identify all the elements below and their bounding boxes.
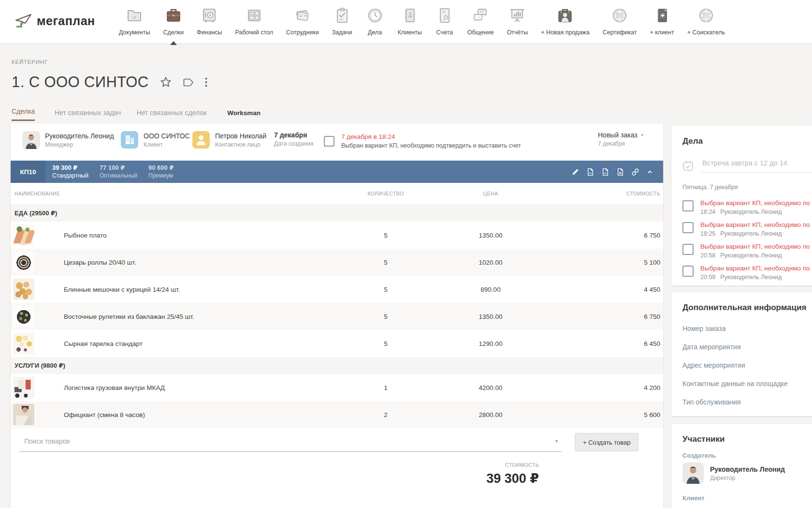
nav-item-new-sale[interactable]: + Новая продажа	[541, 4, 589, 36]
tag-icon[interactable]	[183, 78, 194, 87]
client-block[interactable]: ООО СИНТОС Клиент	[121, 131, 190, 149]
created-date: 7 декабря	[274, 131, 313, 139]
tab-linked-tasks[interactable]: Нет связанных задач	[55, 109, 121, 121]
table-row[interactable]: Восточные рулетики из баклажан 25/45 шт.…	[11, 303, 663, 330]
total-label: СТОИМОСТЬ	[397, 462, 539, 468]
participants-title: Участники	[682, 434, 725, 444]
tab-worksman[interactable]: Worksman	[227, 109, 261, 121]
pdf-file-icon[interactable]	[586, 168, 594, 176]
kp-variants-bar: КП10 39 300 ₽ Стандартный 77 100 ₽ Оптим…	[11, 161, 663, 183]
nav-item-finance[interactable]: Финансы	[197, 4, 222, 36]
todo-checkbox[interactable]	[324, 136, 334, 147]
todo-list-item[interactable]: Выбран вариант КП, необходимо по 18:24Ру…	[682, 199, 812, 215]
todo-checkbox[interactable]	[682, 222, 694, 233]
link-icon[interactable]	[631, 168, 639, 176]
todo-list-item[interactable]: Выбран вариант КП, необходимо по 20:58Ру…	[682, 243, 812, 259]
todo-item-text: Выбран вариант КП, необходимо по	[700, 199, 810, 207]
creator-block[interactable]: Руководитель Леонид Директор	[682, 463, 785, 484]
address-book-icon	[400, 4, 420, 27]
table-row[interactable]: Цезарь роллы 20/40 шт. 5 1020.00 5 100	[11, 249, 663, 276]
folder-icon	[125, 4, 144, 27]
nav-item-add-client[interactable]: + клиент	[650, 4, 674, 36]
table-row[interactable]: Рыбное плато 5 1350.00 6 750	[11, 222, 663, 249]
logo[interactable]: мегаплан	[14, 13, 95, 29]
todo-item-author: Руководитель Леонид	[720, 252, 782, 259]
create-product-button[interactable]: + Создать товар	[575, 433, 638, 451]
more-menu-icon[interactable]	[205, 77, 207, 87]
product-name: Цезарь роллы 20/40 шт.	[64, 259, 136, 266]
kp-variant-premium[interactable]: 90 600 ₽ Премиум	[148, 164, 174, 179]
nav-item-deals[interactable]: Сделки	[163, 4, 184, 36]
nav-item-chat[interactable]: Общение	[467, 4, 494, 36]
nav-label: Рабочий стол	[235, 29, 273, 36]
product-qty: 5	[337, 232, 434, 239]
creator-role: Директор	[710, 475, 785, 481]
clock-icon	[365, 4, 385, 27]
nav-item-certificate[interactable]: Сертификат	[603, 4, 637, 36]
product-price: 2800.00	[434, 411, 547, 418]
product-cost: 6 750	[547, 232, 660, 239]
product-price: 4200.00	[434, 384, 547, 391]
field-label: Адрес мероприятия	[682, 361, 745, 369]
total-value: 39 300 ₽	[397, 471, 539, 486]
product-price: 1290.00	[434, 340, 547, 347]
nav-item-reports[interactable]: Отчёты	[507, 4, 528, 36]
todos-title: Дела	[682, 136, 703, 146]
favorite-star-icon[interactable]	[160, 76, 172, 89]
edit-pencil-icon[interactable]	[571, 168, 580, 176]
product-cost: 5 100	[547, 259, 660, 266]
kp-variant-standard[interactable]: 39 300 ₽ Стандартный	[52, 164, 88, 179]
contact-block[interactable]: Петров Николай Контактное лицо	[192, 131, 266, 149]
extra-info-card: Дополнительная информация Номер заказа 1…	[671, 292, 812, 416]
creator-avatar	[682, 463, 704, 484]
contact-role: Контактное лицо	[215, 141, 266, 148]
created-block: 7 декабря Дата создания	[274, 131, 313, 147]
paper-plane-icon	[14, 13, 34, 29]
manager-block[interactable]: Руководитель Леонид Менеджер	[22, 131, 114, 149]
todo-list-item[interactable]: Выбран вариант КП, необходимо по 18:25Ру…	[682, 221, 812, 237]
tab-linked-deals[interactable]: Нет связанных сделок	[136, 109, 206, 121]
table-row[interactable]: Официант (смена 8 часов) 2 2800.00 5 600	[11, 401, 663, 428]
field-row: Номер заказа 12	[682, 324, 812, 333]
nav-item-documents[interactable]: Документы	[119, 4, 150, 36]
todo-checkbox[interactable]	[682, 266, 694, 277]
todo-item-time: 20:58	[700, 252, 715, 259]
tab-deal[interactable]: Сделка	[12, 107, 35, 121]
pdf-file-icon[interactable]	[601, 168, 609, 176]
todo-item-time: 18:25	[700, 230, 715, 237]
todo-list-item[interactable]: Выбран вариант КП, необходимо по 20:59Ру…	[682, 265, 812, 281]
nav-item-tasks[interactable]: Задачи	[332, 4, 352, 36]
todo-checkbox[interactable]	[682, 200, 694, 211]
table-row[interactable]: Логистика грузовая внутри МКАД 1 4200.00…	[11, 374, 663, 401]
badges-icon	[293, 4, 312, 27]
order-status-block[interactable]: Новый заказ▼ 7 декабря	[598, 131, 644, 147]
page-title: 1. С ООО СИНТОС	[12, 74, 149, 91]
desktop-icon	[245, 4, 264, 27]
kp-tab[interactable]: КП10	[11, 161, 45, 183]
collapse-chevron-icon[interactable]	[646, 168, 653, 176]
product-name: Сырная тарелка стандарт	[64, 340, 143, 347]
todo-checkbox[interactable]	[682, 244, 694, 255]
table-row[interactable]: Блинные мешочки с курицей 14/24 шт. 5 89…	[11, 276, 663, 303]
todo-inline-block: 7 декабря в 18:24 Выбран вариант КП, нео…	[324, 133, 521, 149]
new-todo-input[interactable]	[701, 159, 812, 167]
clipboard-check-icon	[333, 4, 352, 27]
dropdown-caret-icon[interactable]: ▼	[554, 439, 562, 444]
xls-file-icon[interactable]	[616, 168, 624, 176]
nav-item-todos[interactable]: Дела	[365, 4, 385, 36]
table-row[interactable]: Сырная тарелка стандарт 5 1290.00 6 450	[11, 330, 663, 357]
nav-item-invoices[interactable]: Счета	[435, 4, 454, 36]
order-status[interactable]: Новый заказ	[598, 131, 638, 139]
todo-item-text: Выбран вариант КП, необходимо по	[700, 265, 810, 272]
product-search-input[interactable]	[19, 437, 554, 445]
nav-item-employees[interactable]: Сотрудники	[286, 4, 319, 36]
creator-name: Руководитель Леонид	[710, 465, 785, 473]
person-icon	[192, 131, 210, 149]
nav-item-applicant[interactable]: + Соискатель	[687, 4, 725, 36]
nav-item-clients[interactable]: Клиенты	[398, 4, 422, 36]
nav-item-desktop[interactable]: Рабочий стол	[235, 4, 273, 36]
kp-variant-optimal[interactable]: 77 100 ₽ Оптимальный	[100, 164, 137, 179]
deal-tabs: Сделка Нет связанных задач Нет связанных…	[12, 107, 261, 121]
chevron-down-icon: ▼	[640, 133, 644, 137]
product-photo	[13, 333, 34, 354]
